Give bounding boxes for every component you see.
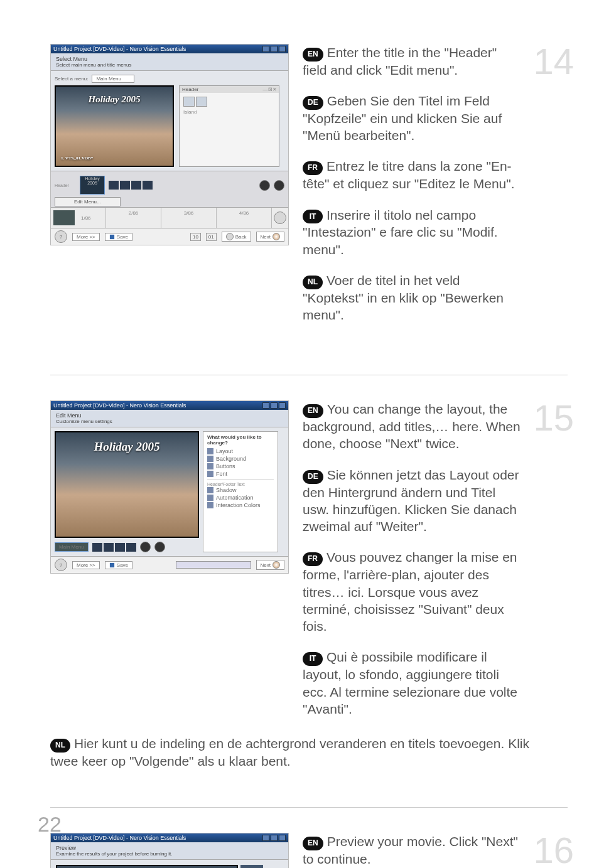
back-button[interactable]: Back (222, 232, 251, 242)
more-button[interactable]: More >> (72, 561, 100, 569)
scroll-icon[interactable] (274, 212, 286, 224)
text-it: Inserire il titolo nel campo "Intestazio… (303, 208, 498, 257)
preview-video: Holiday 2005 (56, 865, 238, 868)
step-14: 14 Untitled Project [DVD-Video] - Nero V… (50, 44, 568, 337)
playback-controls (240, 865, 263, 868)
instructions-15: ENYou can change the layout, the backgro… (303, 400, 568, 731)
step-16: 16 Untitled Project [DVD-Video] - Nero V… (50, 833, 568, 868)
window-buttons (262, 46, 286, 52)
screenshot-16: Untitled Project [DVD-Video] - Nero Visi… (50, 833, 289, 868)
help-icon[interactable]: ? (55, 230, 67, 243)
step-number: 14 (533, 40, 574, 82)
nav-circle-icon[interactable] (259, 180, 270, 191)
lang-badge-it: IT (303, 210, 323, 223)
text-nl: Voer de titel in het veld "Koptekst" in … (303, 273, 504, 322)
list-item[interactable]: Shadow (207, 486, 274, 494)
help-icon[interactable]: ? (55, 559, 67, 571)
save-button[interactable]: Save (105, 561, 132, 569)
instructions-16: ENPreview your movie. Click "Next" to co… (303, 833, 568, 868)
list-item[interactable]: Interaction Colors (207, 501, 274, 509)
text-en: Enter the title in the "Header" field an… (303, 45, 497, 77)
lang-badge-fr: FR (303, 161, 323, 175)
nav-circle-icon[interactable] (140, 542, 151, 552)
bottom-toolbar: ? More >> Save 10 01 Back Next (51, 228, 288, 245)
step-15: 15 Untitled Project [DVD-Video] - Nero V… (50, 400, 568, 769)
edit-menu-button[interactable]: Edit Menu... (55, 197, 121, 206)
instructions-14: ENEnter the title in the "Header" field … (303, 44, 568, 337)
list-item[interactable]: Font (207, 470, 274, 478)
nav-circle-icon[interactable] (274, 180, 284, 191)
svg-rect-0 (110, 234, 114, 238)
lang-badge-de: DE (303, 96, 323, 110)
window-title: Untitled Project [DVD-Video] - Nero Visi… (53, 46, 186, 52)
separator (50, 375, 568, 375)
text-de: Geben Sie den Titel im Feld "Kopfzeile" … (303, 94, 502, 142)
panel-header: Select Menu Select main menu and title m… (51, 53, 288, 71)
clip-active[interactable]: Holiday 2005 (80, 176, 105, 195)
more-button[interactable]: More >> (72, 233, 100, 241)
save-button[interactable]: Save (105, 233, 132, 241)
menu-dropdown[interactable]: Main Menu (92, 75, 134, 83)
timeline: Header Holiday 2005 Edit Menu... (51, 171, 288, 207)
panel-controls: — ⊡ ✕ (263, 87, 276, 92)
step-number: 15 (533, 397, 574, 439)
options-panel: What would you like to change? Layout Ba… (203, 431, 278, 552)
lang-badge-en: EN (303, 48, 323, 62)
edit-icons[interactable] (109, 181, 153, 190)
screenshot-15: Untitled Project [DVD-Video] - Nero Visi… (50, 400, 289, 574)
lang-badge-nl: NL (303, 276, 323, 289)
step-number: 16 (533, 829, 574, 868)
screenshot-14: Untitled Project [DVD-Video] - Nero Visi… (50, 44, 289, 245)
nav-circle-icon[interactable] (154, 542, 165, 552)
menu-preview: Holiday 2005 Main Menu (55, 431, 199, 552)
page-number: 22 (38, 812, 62, 837)
list-item[interactable]: Background (207, 455, 274, 463)
separator (50, 807, 568, 808)
text-fr: Entrez le titre dans la zone "En-tête" e… (303, 159, 515, 191)
next-button[interactable]: Next (256, 560, 284, 570)
list-item[interactable]: Layout (207, 447, 274, 455)
window-titlebar: Untitled Project [DVD-Video] - Nero Visi… (51, 45, 288, 53)
list-item[interactable]: Automatication (207, 494, 274, 501)
overflow-text: NLHier kunt u de indeling en de achtergr… (50, 735, 568, 769)
svg-rect-1 (110, 563, 114, 567)
header-panel: Header— ⊡ ✕ Island (179, 85, 279, 167)
next-button[interactable]: Next (256, 232, 284, 242)
main-menu-tab[interactable]: Main Menu (55, 542, 89, 552)
list-item[interactable]: Buttons (207, 463, 274, 470)
menu-preview: Holiday 2005 1. VTS_01.VOB* (55, 85, 174, 167)
